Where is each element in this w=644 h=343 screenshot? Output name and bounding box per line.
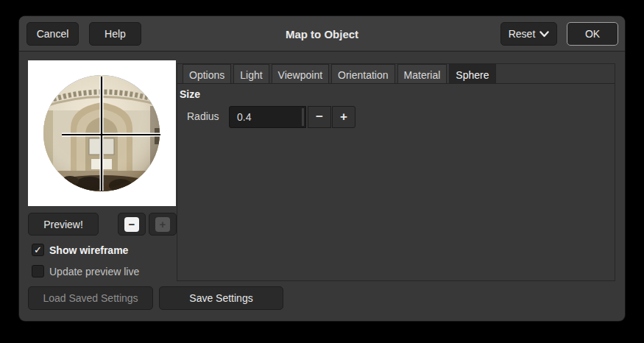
checkbox-unchecked-icon [32,265,44,277]
tab-options[interactable]: Options [183,64,231,83]
tab-viewpoint[interactable]: Viewpoint [272,64,329,83]
update-preview-live-label: Update preview live [49,266,139,277]
tab-orientation[interactable]: Orientation [331,64,394,83]
chevron-down-icon [539,31,549,38]
zoom-out-button[interactable]: − [118,213,146,236]
tab-sphere[interactable]: Sphere [449,64,495,83]
tab-strip: Options Light Viewpoint Orientation Mate… [177,64,615,84]
save-settings-button[interactable]: Save Settings [159,286,283,310]
tab-light[interactable]: Light [233,64,269,83]
checkbox-checked-icon: ✓ [32,244,44,256]
map-to-object-dialog: Cancel Help Map to Object Reset OK [19,16,625,321]
radius-decrement-button[interactable]: − [308,106,331,128]
show-wireframe-checkbox[interactable]: ✓ Show wireframe [32,244,128,256]
radius-spinscale [229,106,306,128]
show-wireframe-label: Show wireframe [49,244,128,256]
radius-label: Radius [187,110,219,122]
load-saved-settings-button[interactable]: Load Saved Settings [28,286,153,310]
dialog-titlebar: Cancel Help Map to Object Reset OK [19,16,625,52]
radius-increment-button[interactable]: + [332,106,355,128]
update-preview-live-checkbox[interactable]: Update preview live [32,265,139,277]
reset-button-label: Reset [509,28,536,40]
preview-canvas[interactable] [28,60,176,206]
cancel-button[interactable]: Cancel [26,22,79,46]
preview-sphere-image [28,60,176,206]
size-section-title: Size [180,88,200,100]
zoom-in-icon: + [155,217,170,232]
minus-icon: − [316,110,323,124]
plus-icon: + [340,110,347,124]
reset-button[interactable]: Reset [500,22,557,46]
zoom-out-icon: − [124,217,139,232]
settings-notebook: Options Light Viewpoint Orientation Mate… [177,63,615,281]
help-button[interactable]: Help [89,22,141,46]
preview-button[interactable]: Preview! [28,213,99,236]
tab-material[interactable]: Material [397,64,447,83]
radius-input[interactable] [230,107,305,127]
zoom-in-button[interactable]: + [149,213,177,236]
ok-button[interactable]: OK [567,22,618,46]
spinscale-grip[interactable] [302,108,304,126]
